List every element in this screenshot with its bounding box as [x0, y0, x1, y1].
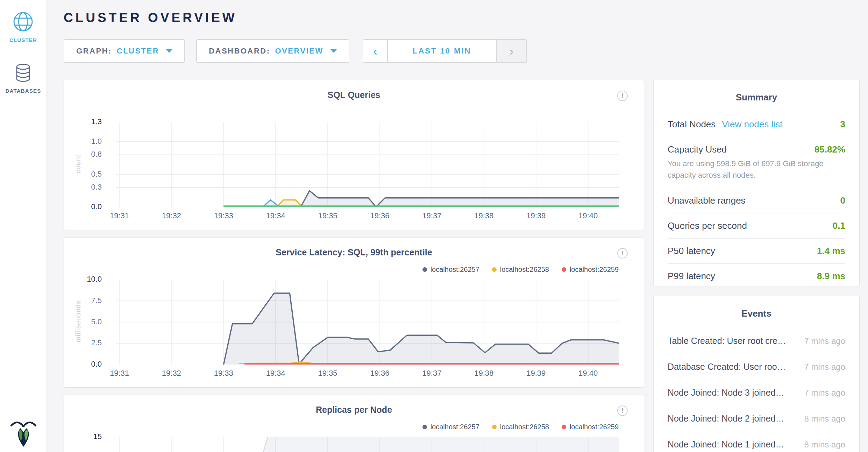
x-tick-label: 19:36 [364, 211, 396, 220]
chart-title: SQL Queries [64, 90, 644, 100]
info-icon[interactable]: ! [617, 248, 628, 259]
charts-column: SQL Queries ! count 1.31.00.80.50.30.0 1… [64, 80, 644, 452]
x-tick-label: 19:40 [572, 369, 604, 378]
summary-row: Queries per second0.1 [668, 213, 845, 239]
chart-area: count 1.31.00.80.50.30.0 19:3119:3219:33… [64, 122, 644, 224]
y-tick-label: 5.0 [74, 317, 102, 326]
event-row: Node Joined: Node 3 joined…7 mins ago [668, 379, 845, 405]
event-time: 7 mins ago [797, 388, 845, 398]
sidebar: CLUSTER DATABASES [0, 0, 47, 452]
x-axis-ticks: 19:3119:3219:3319:3419:3519:3619:3719:38… [116, 369, 619, 379]
dashboard-dropdown[interactable]: DASHBOARD: OVERVIEW [196, 39, 349, 63]
dashboard-dropdown-label: DASHBOARD: [209, 47, 270, 56]
chart-legend: localhost:26257localhost:26258localhost:… [422, 423, 619, 431]
x-tick-label: 19:34 [260, 369, 291, 378]
time-range-button[interactable]: LAST 10 MIN [388, 40, 496, 62]
summary-row: Total NodesView nodes list3 [668, 112, 845, 137]
x-tick-label: 19:33 [208, 211, 239, 220]
summary-title: Summary [668, 92, 845, 103]
replicas-per-node-chart[interactable] [116, 437, 619, 452]
legend-dot-icon [422, 425, 427, 429]
cockroachdb-logo [9, 418, 38, 449]
x-tick-label: 19:37 [416, 369, 448, 378]
chart-area: milliseconds 10.07.55.02.50.0 19:3119:32… [64, 280, 644, 381]
cockroach-bug-icon [9, 418, 38, 448]
graph-dropdown[interactable]: GRAPH: CLUSTER [64, 39, 185, 63]
y-tick-label: 0.3 [74, 183, 102, 192]
summary-row-main: Total NodesView nodes list3 [668, 119, 845, 130]
legend-label: localhost:26258 [500, 266, 549, 274]
legend-item: localhost:26257 [422, 266, 479, 274]
legend-item: localhost:26257 [422, 423, 479, 431]
info-icon[interactable]: ! [617, 91, 628, 101]
summary-value: 0 [835, 195, 845, 206]
info-icon[interactable]: ! [617, 405, 628, 416]
legend-label: localhost:26257 [431, 423, 479, 431]
y-tick-label: 15 [74, 432, 102, 441]
chart-legend: localhost:26257localhost:26258localhost:… [422, 266, 619, 274]
summary-value: 3 [835, 119, 845, 130]
plot-area [116, 280, 619, 365]
globe-icon [12, 10, 34, 33]
summary-row: P50 latency1.4 ms [668, 239, 845, 264]
time-next-button[interactable]: › [496, 40, 526, 62]
legend-dot-icon [492, 425, 497, 429]
y-tick-label: 0.0 [74, 202, 102, 211]
page-title: CLUSTER OVERVIEW [64, 10, 868, 25]
side-column: Summary Total NodesView nodes list3Capac… [653, 80, 860, 452]
sidebar-item-cluster[interactable]: CLUSTER [9, 10, 37, 43]
summary-panel: Summary Total NodesView nodes list3Capac… [653, 80, 860, 286]
y-tick-label: 1.3 [74, 117, 102, 126]
view-nodes-link[interactable]: View nodes list [722, 119, 782, 130]
summary-row-main: P50 latency1.4 ms [668, 246, 845, 256]
chevron-down-icon [330, 49, 337, 53]
event-row: Database Created: User roo…7 mins ago [668, 353, 845, 379]
x-tick-label: 19:39 [520, 211, 552, 220]
y-axis-ticks: 15 [64, 437, 109, 452]
chart-card-sql-queries: SQL Queries ! count 1.31.00.80.50.30.0 1… [64, 80, 644, 230]
x-axis-ticks: 19:3119:3219:3319:3419:3519:3619:3719:38… [116, 211, 619, 222]
time-prev-button[interactable]: ‹ [363, 40, 388, 62]
chart-title: Replicas per Node [64, 405, 644, 415]
x-tick-label: 19:32 [156, 369, 187, 378]
y-axis-ticks: 10.07.55.02.50.0 [64, 280, 109, 365]
y-tick-label: 0.5 [74, 170, 102, 179]
x-tick-label: 19:38 [468, 369, 500, 378]
summary-value: 8.9 ms [812, 271, 845, 282]
legend-label: localhost:26259 [570, 266, 619, 274]
x-tick-label: 19:33 [208, 369, 239, 378]
x-tick-label: 19:37 [416, 211, 448, 220]
legend-item: localhost:26259 [562, 266, 619, 274]
x-tick-label: 19:36 [364, 369, 396, 378]
y-tick-label: 7.5 [74, 296, 102, 305]
sql-queries-chart[interactable] [116, 122, 619, 207]
event-rows: Table Created: User root cre…7 mins agoD… [668, 327, 845, 452]
legend-label: localhost:26259 [570, 423, 619, 431]
legend-item: localhost:26258 [492, 266, 549, 274]
y-tick-label: 10.0 [74, 275, 102, 284]
y-tick-label: 2.5 [74, 338, 102, 347]
graph-dropdown-label: GRAPH: [76, 47, 112, 56]
controls-bar: GRAPH: CLUSTER DASHBOARD: OVERVIEW ‹ LAS… [64, 39, 868, 63]
summary-label: Total Nodes [668, 119, 716, 130]
service-latency-chart[interactable] [116, 280, 619, 365]
x-tick-label: 19:32 [156, 211, 187, 220]
summary-value: 85.82% [810, 144, 845, 155]
plot-area [116, 437, 619, 452]
summary-value: 0.1 [828, 220, 845, 231]
event-row: Table Created: User root cre…7 mins ago [668, 327, 845, 353]
chart-title: Service Latency: SQL, 99th percentile [64, 247, 644, 257]
summary-row-main: Unavailable ranges0 [668, 195, 845, 206]
y-tick-label: 1.0 [74, 137, 102, 146]
events-panel: Events Table Created: User root cre…7 mi… [653, 296, 860, 452]
legend-label: localhost:26257 [431, 266, 479, 274]
legend-dot-icon [562, 267, 566, 272]
event-row: Node Joined: Node 2 joined…8 mins ago [668, 405, 845, 431]
y-tick-label: 0.0 [74, 360, 102, 369]
x-tick-label: 19:34 [260, 211, 291, 220]
summary-row: P99 latency8.9 ms [668, 264, 845, 289]
summary-label: Unavailable ranges [668, 195, 746, 206]
summary-value: 1.4 ms [812, 246, 845, 256]
sidebar-item-databases[interactable]: DATABASES [6, 63, 41, 94]
summary-row-main: Queries per second0.1 [668, 220, 845, 231]
